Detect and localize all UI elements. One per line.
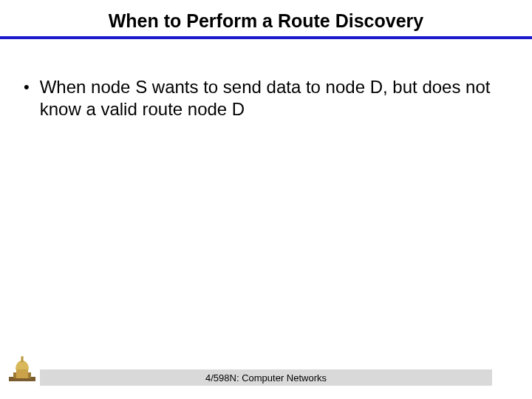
bullet-marker: •: [24, 76, 30, 98]
footer-text: 4/598N: Computer Networks: [205, 372, 327, 383]
dome-logo-icon: [9, 356, 35, 381]
footer: 4/598N: Computer Networks: [0, 369, 532, 389]
svg-rect-5: [28, 372, 31, 378]
svg-rect-2: [21, 356, 24, 362]
slide-title: When to Perform a Route Discovery: [109, 10, 423, 32]
footer-bar: 4/598N: Computer Networks: [40, 369, 492, 386]
title-area: When to Perform a Route Discovery: [0, 0, 532, 32]
content-area: • When node S wants to send data to node…: [0, 39, 532, 120]
svg-rect-1: [16, 369, 28, 378]
svg-rect-4: [13, 372, 16, 378]
bullet-item: • When node S wants to send data to node…: [21, 76, 511, 120]
bullet-text: When node S wants to send data to node D…: [40, 76, 511, 120]
